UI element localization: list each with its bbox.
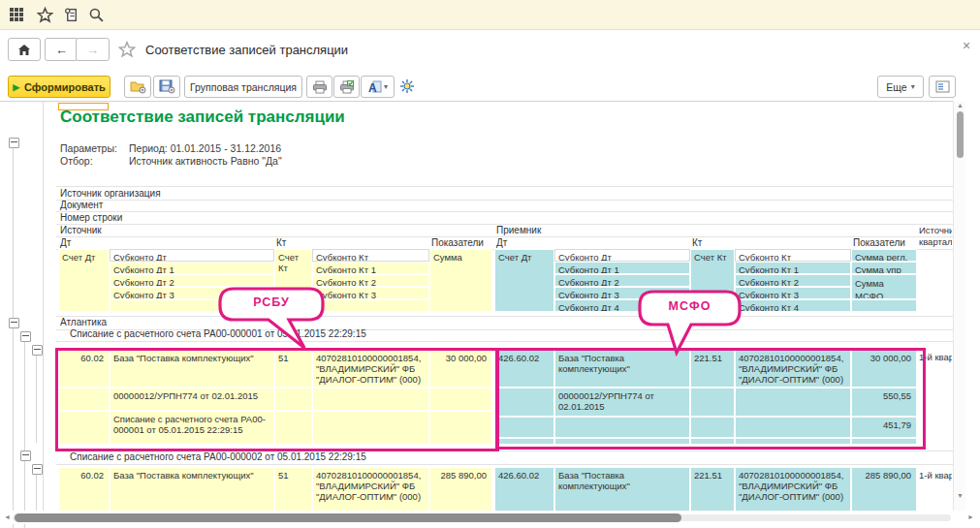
- history-icon[interactable]: [63, 7, 80, 24]
- doc1-group-row: Списание с расчетного счета РА00-000001 …: [56, 328, 953, 342]
- cell-quarter: 1-й квартал: [919, 352, 952, 363]
- cell-src-account-kt: 51: [274, 350, 312, 388]
- cell-empty: [429, 388, 492, 411]
- collapse-org-group-button[interactable]: [9, 318, 19, 328]
- report-variant-save-button[interactable]: [153, 76, 180, 98]
- report-variant-open-button[interactable]: [124, 76, 151, 98]
- hdr-sub-dt-tgt: Субконто Дт: [554, 249, 690, 262]
- search-icon[interactable]: [88, 7, 106, 24]
- print-button[interactable]: [306, 76, 332, 98]
- row-dt-kt-headers: Дт Кт Показатели Дт Кт Показатели: [56, 236, 953, 250]
- back-arrow-icon: ←: [55, 43, 68, 57]
- collapse-report-button[interactable]: [9, 138, 19, 148]
- cell-src-sub1: База "Поставка комплектующих": [110, 350, 274, 388]
- hdr-sum-upr: Сумма упр: [851, 262, 917, 274]
- related-info-button[interactable]: [396, 76, 418, 96]
- cell-empty: [274, 388, 312, 411]
- report-toolbar: ▶ Сформировать Групповая трансляция: [0, 70, 980, 101]
- hdr-sub-kt2-tgt: Субконто Кт 2: [735, 274, 851, 287]
- cell-empty: [735, 417, 851, 438]
- apps-grid-icon[interactable]: [9, 7, 26, 24]
- rsbu-callout-label: РСБУ: [220, 295, 323, 309]
- cell-empty: [735, 438, 851, 445]
- group-translation-button[interactable]: Групповая трансляция: [184, 76, 302, 98]
- page-title: Соответствие записей трансляции: [145, 43, 348, 57]
- cell-empty: [494, 417, 554, 438]
- hdr-sub-dt1-tgt: Субконто Дт 1: [554, 262, 690, 274]
- collapse-row1-button[interactable]: [32, 345, 43, 356]
- forward-button[interactable]: →: [76, 38, 110, 61]
- hdr-account-dt-src: Счет Дт: [58, 249, 110, 312]
- cell-src-account-dt: 60.02: [58, 467, 110, 511]
- tree-line: [13, 326, 14, 528]
- cell-tgt-sum-upr: 550,55: [851, 388, 917, 417]
- hdr-account-dt-tgt: Счет Дт: [494, 249, 554, 312]
- doc2-group-row: Списание с расчетного счета РА00-000002 …: [56, 450, 953, 465]
- scroll-down-icon[interactable]: ▼: [957, 492, 964, 499]
- app-bar: [0, 0, 980, 30]
- back-button[interactable]: ←: [45, 38, 79, 61]
- vertical-scrollbar[interactable]: ▲ ▼: [953, 101, 965, 511]
- report-area: Соответствие записей трансляции Параметр…: [44, 101, 953, 511]
- hdr-sub-dt2-tgt: Субконто Дт 2: [554, 274, 690, 287]
- hdr-sub-kt4-tgt: Субконто Кт 4: [735, 299, 851, 312]
- vertical-scroll-thumb[interactable]: [957, 111, 964, 158]
- collapse-row2-button[interactable]: [32, 464, 43, 475]
- hdr-sub-dt1-src: Субконто Дт 1: [110, 262, 274, 274]
- cell-empty: [690, 438, 735, 445]
- hdr-empty: [851, 299, 917, 312]
- scroll-up-icon[interactable]: ▲: [957, 102, 964, 109]
- group-translation-label: Групповая трансляция: [190, 81, 297, 93]
- generate-button[interactable]: ▶ Сформировать: [8, 76, 111, 98]
- hdr-sub-dt-src: Субконто Дт: [110, 249, 274, 262]
- row-source-receiver: Источник Приемник: [56, 224, 953, 237]
- favorites-star-icon[interactable]: [37, 7, 54, 24]
- cell-tgt-account-dt: 426.60.02: [494, 350, 554, 388]
- home-icon: [17, 44, 31, 56]
- horizontal-scroll-thumb[interactable]: [15, 513, 681, 522]
- print-preview-button[interactable]: [333, 76, 360, 98]
- tree-line: [36, 354, 37, 443]
- hdr-sub-kt-src: Субконто Кт: [312, 249, 429, 262]
- scroll-right-icon[interactable]: ►: [967, 513, 974, 520]
- cell-empty: [58, 388, 110, 411]
- row-line-number: Номер строки: [56, 211, 953, 225]
- cell-empty: [274, 411, 312, 445]
- forward-arrow-icon: →: [86, 43, 99, 57]
- cell-tgt-account-dt: 426.60.02: [494, 467, 554, 511]
- hdr-sum-regl: Сумма регл.: [851, 249, 917, 262]
- home-button[interactable]: [8, 38, 41, 61]
- cell-src-account-kt: 51: [274, 467, 312, 511]
- cell-tgt-subkt: 40702810100000001854, "ВЛАДИМИРСКИЙ" ФБ …: [735, 350, 851, 388]
- structure-panel-icon: [935, 80, 950, 93]
- close-icon[interactable]: ×: [963, 39, 970, 52]
- favorite-toggle-star-icon[interactable]: [118, 41, 136, 58]
- params-label: Параметры:: [60, 142, 117, 154]
- more-button[interactable]: Еще ▾: [877, 76, 924, 98]
- scroll-left-icon[interactable]: ◄: [4, 513, 11, 520]
- folder-gear-icon: [130, 79, 146, 94]
- hdr-sub-kt1-src: Субконто Кт 1: [312, 262, 429, 274]
- play-icon: ▶: [13, 82, 19, 92]
- generate-label: Сформировать: [24, 81, 106, 93]
- report-structure-button[interactable]: [929, 76, 956, 98]
- params-value: Период: 01.01.2015 - 31.12.2016: [129, 142, 281, 154]
- cell-empty: [851, 438, 917, 445]
- cell-src-subkt: 40702810100000001854, "ВЛАДИМИРСКИЙ" ФБ …: [312, 467, 429, 511]
- cell-src-account-dt: 60.02: [58, 350, 110, 388]
- collapse-doc2-button[interactable]: [20, 450, 31, 461]
- cell-tgt-account-kt: 221.51: [690, 467, 735, 511]
- cell-src-sub1: База "Поставка комплектующих": [110, 467, 274, 511]
- tree-line: [36, 473, 37, 512]
- filter-label: Отбор:: [60, 155, 93, 167]
- row-document: Документ: [56, 199, 953, 212]
- horizontal-scrollbar[interactable]: ◄ ►: [0, 511, 980, 524]
- bulb-icon: [399, 78, 415, 94]
- source-header: Источник: [60, 225, 102, 236]
- cell-empty: [735, 388, 851, 417]
- dropdown-arrow-icon: ▾: [384, 82, 388, 91]
- collapse-doc1-button[interactable]: [20, 331, 31, 342]
- dropdown-arrow-icon: ▾: [911, 82, 915, 91]
- font-settings-button[interactable]: A ▾: [361, 76, 395, 98]
- receiver-header: Приемник: [496, 225, 541, 236]
